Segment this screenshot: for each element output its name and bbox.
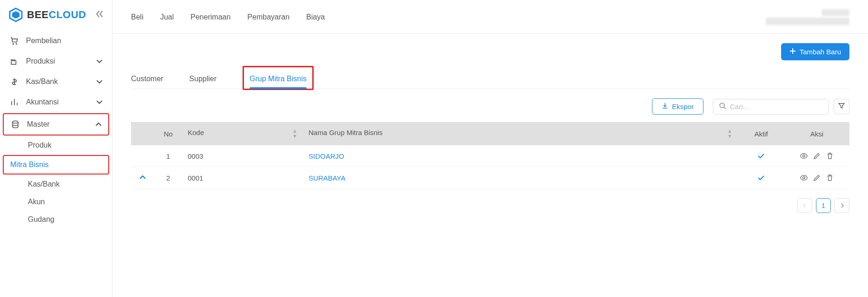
- search-input[interactable]: [730, 103, 823, 110]
- svg-marker-1: [12, 11, 20, 19]
- plus-icon: [789, 48, 796, 56]
- cart-icon: [9, 36, 20, 45]
- page-1[interactable]: 1: [816, 198, 831, 213]
- sort-icon: ▲▼: [292, 129, 297, 139]
- sidebar-collapse-button[interactable]: [94, 9, 104, 20]
- sidebar-item-pembelian[interactable]: Pembelian: [0, 31, 112, 51]
- user-area[interactable]: [766, 9, 849, 25]
- sidebar-sub-kasbank[interactable]: Kas/Bank: [0, 175, 112, 193]
- search-icon: [719, 102, 726, 111]
- svg-point-5: [720, 103, 724, 108]
- check-icon: [743, 174, 779, 182]
- row-actions: [790, 152, 844, 160]
- topnav-jual[interactable]: Jual: [160, 13, 174, 21]
- cell-no: 1: [154, 145, 182, 167]
- tab-customer[interactable]: Customer: [131, 69, 163, 89]
- main: Beli Jual Penerimaan Pembayaran Biaya Ta…: [112, 0, 868, 297]
- sidebar-item-label: Master: [27, 120, 50, 129]
- sidebar-sub-gudang[interactable]: Gudang: [0, 211, 112, 228]
- sidebar-item-label: Pembelian: [26, 37, 61, 45]
- page-next[interactable]: [835, 198, 849, 213]
- delete-icon[interactable]: [826, 174, 834, 182]
- export-button-label: Ekspor: [672, 103, 694, 110]
- page-prev[interactable]: [797, 198, 812, 213]
- tab-grup-mitra-bisnis[interactable]: Grup Mitra Bisnis: [250, 69, 307, 89]
- svg-point-7: [803, 177, 805, 179]
- filter-icon: [838, 102, 845, 111]
- check-icon: [743, 152, 779, 160]
- cell-aktif: [738, 167, 784, 189]
- topnav-penerimaan[interactable]: Penerimaan: [191, 13, 230, 21]
- row-actions: [790, 174, 844, 182]
- user-company-redacted: [766, 18, 849, 25]
- sidebar-nav: Pembelian Produksi Kas/Bank: [0, 28, 112, 231]
- sidebar-item-label: Kas/Bank: [26, 77, 58, 86]
- chevron-down-icon: [96, 78, 103, 85]
- pagination: 1: [131, 198, 849, 213]
- highlight-mitra-bisnis: Mitra Bisnis: [3, 155, 109, 174]
- sidebar-item-label: Produksi: [26, 57, 55, 65]
- th-nama[interactable]: Nama Grup Mitra Bisnis ▲▼: [303, 122, 738, 145]
- cell-aktif: [738, 145, 784, 167]
- export-button[interactable]: Ekspor: [652, 98, 704, 115]
- topbar: Beli Jual Penerimaan Pembayaran Biaya: [112, 0, 868, 30]
- cell-no: 2: [154, 167, 182, 189]
- tabs: Customer Supplier Grup Mitra Bisnis: [131, 66, 849, 89]
- logo-row: BEECLOUD: [0, 0, 112, 28]
- th-kode[interactable]: Kode ▲▼: [182, 122, 303, 145]
- cell-kode: 0003: [182, 145, 303, 167]
- svg-point-6: [803, 155, 805, 157]
- data-table: No Kode ▲▼ Nama Grup Mitra Bisnis ▲▼ Akt…: [131, 122, 849, 189]
- search-box[interactable]: [713, 99, 829, 115]
- sort-icon: ▲▼: [727, 129, 732, 139]
- database-icon: [10, 120, 20, 129]
- highlight-master: Master: [3, 113, 109, 136]
- sidebar-item-kasbank[interactable]: Kas/Bank: [0, 71, 112, 92]
- chevron-down-icon: [96, 58, 103, 65]
- table-row: 10003SIDOARJO: [131, 145, 849, 167]
- sidebar-sub-produk[interactable]: Produk: [0, 136, 112, 154]
- tab-supplier[interactable]: Supplier: [189, 69, 217, 89]
- sidebar-item-produksi[interactable]: Produksi: [0, 51, 112, 71]
- cell-nama[interactable]: SIDOARJO: [303, 145, 738, 167]
- dollar-icon: [9, 77, 20, 86]
- user-name-redacted: [822, 9, 849, 16]
- delete-icon[interactable]: [826, 152, 834, 160]
- download-icon: [662, 103, 668, 110]
- add-button[interactable]: Tambah Baru: [781, 43, 849, 60]
- content: Tambah Baru Customer Supplier Grup Mitra…: [112, 34, 868, 222]
- svg-point-3: [16, 44, 17, 45]
- th-aksi: Aksi: [784, 122, 849, 145]
- th-no: No: [154, 122, 182, 145]
- view-icon[interactable]: [800, 152, 808, 160]
- table-toolbar: Ekspor: [131, 98, 849, 115]
- sidebar-item-akuntansi[interactable]: Akuntansi: [0, 92, 112, 112]
- cell-nama[interactable]: SURABAYA: [303, 167, 738, 189]
- sidebar-item-master[interactable]: Master: [4, 114, 108, 135]
- chevron-up-icon[interactable]: [139, 174, 146, 182]
- topnav-pembayaran[interactable]: Pembayaran: [247, 13, 289, 21]
- highlight-tab-grup: Grup Mitra Bisnis: [243, 66, 314, 90]
- sidebar: BEECLOUD Pembelian Produksi: [0, 0, 112, 297]
- edit-icon[interactable]: [813, 152, 821, 160]
- logo-text: BEECLOUD: [27, 9, 86, 21]
- sidebar-sub-mitra-bisnis[interactable]: Mitra Bisnis: [4, 156, 108, 174]
- edit-icon[interactable]: [813, 174, 821, 182]
- chevron-up-icon: [95, 121, 102, 128]
- search-wrap: [713, 99, 849, 115]
- svg-point-4: [13, 121, 18, 123]
- cell-kode: 0001: [182, 167, 303, 189]
- sidebar-sub-akun[interactable]: Akun: [0, 193, 112, 211]
- table-row: 20001SURABAYA: [131, 167, 849, 189]
- view-icon[interactable]: [800, 174, 808, 182]
- action-row: Tambah Baru: [131, 43, 849, 60]
- sidebar-item-label: Akuntansi: [26, 98, 59, 106]
- logo-icon: [8, 7, 23, 22]
- topnav-beli[interactable]: Beli: [131, 13, 144, 21]
- factory-icon: [9, 57, 20, 66]
- chevron-down-icon: [96, 99, 103, 105]
- topnav-biaya[interactable]: Biaya: [306, 13, 325, 21]
- table-header-row: No Kode ▲▼ Nama Grup Mitra Bisnis ▲▼ Akt…: [131, 122, 849, 145]
- filter-button[interactable]: [834, 99, 849, 114]
- bars-icon: [9, 97, 20, 107]
